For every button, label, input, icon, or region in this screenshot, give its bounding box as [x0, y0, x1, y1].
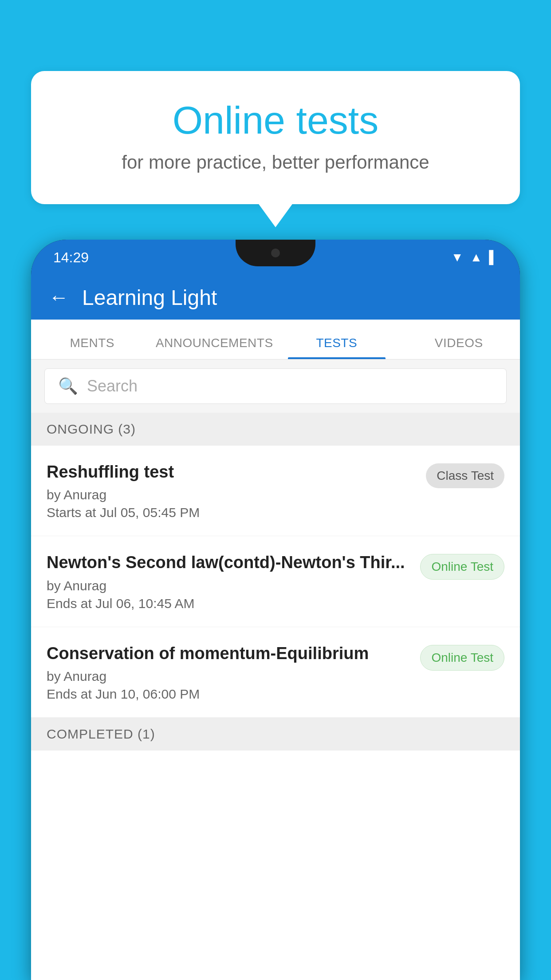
test-info: Conservation of momentum-Equilibrium by …: [47, 643, 411, 702]
bubble-title: Online tests: [53, 98, 498, 143]
test-name: Newton's Second law(contd)-Newton's Thir…: [47, 552, 411, 573]
test-name: Conservation of momentum-Equilibrium: [47, 643, 411, 664]
phone-screen: ← Learning Light MENTS ANNOUNCEMENTS TES…: [31, 275, 520, 980]
ongoing-section-header: ONGOING (3): [31, 413, 520, 446]
test-date: Ends at Jul 06, 10:45 AM: [47, 596, 411, 611]
camera-dot: [271, 249, 280, 257]
search-icon: 🔍: [58, 377, 78, 395]
test-item[interactable]: Reshuffling test by Anurag Starts at Jul…: [31, 446, 520, 536]
signal-icon: ▲: [470, 250, 482, 265]
tab-tests[interactable]: TESTS: [276, 336, 398, 359]
test-badge: Online Test: [420, 554, 504, 580]
test-date: Starts at Jul 05, 05:45 PM: [47, 505, 417, 520]
tab-videos[interactable]: VIDEOS: [398, 336, 520, 359]
search-placeholder: Search: [87, 377, 138, 395]
phone-frame: 14:29 ▼ ▲ ▌ ← Learning Light MENTS ANNOU…: [31, 240, 520, 980]
test-name: Reshuffling test: [47, 461, 417, 483]
test-item[interactable]: Conservation of momentum-Equilibrium by …: [31, 627, 520, 718]
status-icons: ▼ ▲ ▌: [451, 250, 498, 265]
status-time: 14:29: [53, 249, 89, 266]
test-badge: Online Test: [420, 645, 504, 671]
search-bar[interactable]: 🔍 Search: [44, 368, 507, 404]
status-bar: 14:29 ▼ ▲ ▌: [31, 240, 520, 275]
test-by: by Anurag: [47, 669, 411, 684]
back-button[interactable]: ←: [49, 286, 69, 309]
bubble-subtitle: for more practice, better performance: [53, 152, 498, 173]
test-date: Ends at Jun 10, 06:00 PM: [47, 687, 411, 702]
completed-section-header: COMPLETED (1): [31, 718, 520, 751]
test-item[interactable]: Newton's Second law(contd)-Newton's Thir…: [31, 536, 520, 627]
test-info: Reshuffling test by Anurag Starts at Jul…: [47, 461, 417, 520]
test-badge: Class Test: [426, 463, 504, 488]
notch: [236, 240, 315, 266]
test-by: by Anurag: [47, 487, 417, 502]
app-title: Learning Light: [82, 285, 217, 310]
promo-bubble: Online tests for more practice, better p…: [31, 71, 520, 204]
test-info: Newton's Second law(contd)-Newton's Thir…: [47, 552, 411, 611]
search-container: 🔍 Search: [31, 360, 520, 413]
wifi-icon: ▼: [451, 250, 464, 265]
tab-announcements[interactable]: ANNOUNCEMENTS: [153, 336, 276, 359]
app-header: ← Learning Light: [31, 275, 520, 320]
tab-ments[interactable]: MENTS: [31, 336, 153, 359]
battery-icon: ▌: [489, 250, 498, 265]
test-by: by Anurag: [47, 578, 411, 593]
tabs-bar: MENTS ANNOUNCEMENTS TESTS VIDEOS: [31, 320, 520, 360]
